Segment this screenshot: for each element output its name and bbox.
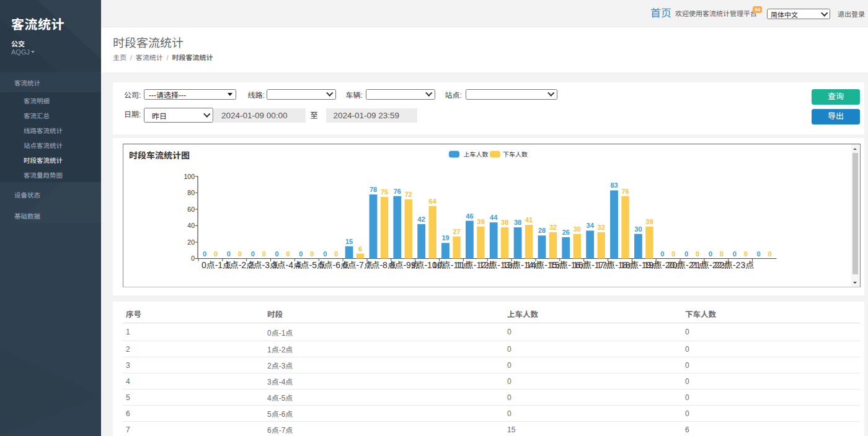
svg-text:75: 75 [381,188,388,196]
svg-text:20: 20 [187,238,195,246]
svg-text:46: 46 [466,212,473,220]
svg-text:0: 0 [671,250,675,258]
svg-text:38: 38 [501,219,508,226]
svg-text:76: 76 [394,188,401,195]
svg-text:0: 0 [262,250,266,258]
svg-text:41: 41 [525,216,533,224]
svg-text:0: 0 [310,250,314,258]
svg-text:72: 72 [405,191,412,198]
svg-text:19: 19 [441,234,449,242]
svg-text:26: 26 [562,229,570,236]
svg-text:0: 0 [757,250,761,258]
svg-text:0: 0 [696,250,699,258]
svg-text:0: 0 [709,250,712,258]
svg-text:32: 32 [598,224,605,231]
svg-text:0: 0 [299,250,303,258]
svg-text:0: 0 [191,255,195,262]
svg-text:0: 0 [238,250,242,258]
svg-text:30: 30 [634,225,642,233]
svg-text:39: 39 [477,218,484,225]
svg-text:39: 39 [645,218,653,225]
svg-text:100: 100 [184,173,195,180]
svg-text:40: 40 [187,222,195,229]
svg-text:0: 0 [323,250,327,258]
svg-text:0: 0 [334,250,338,258]
svg-text:32: 32 [549,224,557,231]
svg-text:0: 0 [733,250,737,258]
svg-text:27: 27 [453,228,460,235]
svg-text:83: 83 [610,181,618,189]
svg-text:80: 80 [187,189,195,196]
svg-text:0: 0 [684,250,688,258]
svg-text:6: 6 [358,245,362,253]
svg-text:0: 0 [286,250,290,258]
svg-text:0: 0 [214,250,218,258]
svg-text:下车人数: 下车人数 [503,151,528,158]
svg-text:0: 0 [227,250,231,258]
svg-text:60: 60 [187,206,195,213]
svg-text:44: 44 [490,214,498,221]
svg-text:15: 15 [345,238,353,245]
svg-text:0: 0 [768,250,772,258]
svg-text:30: 30 [574,225,581,233]
svg-text:0: 0 [203,250,206,258]
svg-text:时段车流统计图: 时段车流统计图 [129,150,190,160]
svg-text:0: 0 [720,250,724,258]
svg-text:28: 28 [538,227,546,234]
svg-text:34: 34 [587,222,595,229]
svg-text:22点-23点: 22点-23点 [714,260,754,270]
svg-text:0: 0 [275,250,279,258]
svg-text:0: 0 [251,250,255,258]
svg-text:78: 78 [370,186,377,193]
svg-text:38: 38 [514,219,521,226]
svg-text:64: 64 [429,198,437,205]
svg-text:上车人数: 上车人数 [464,151,489,158]
svg-text:76: 76 [621,188,629,195]
svg-text:42: 42 [418,216,425,223]
svg-text:0: 0 [744,250,748,258]
svg-text:0: 0 [660,250,664,258]
